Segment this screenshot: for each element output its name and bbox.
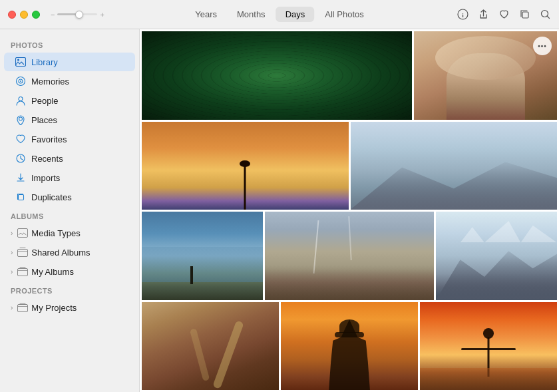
tab-years[interactable]: Years [186, 7, 226, 22]
my-projects-icon [17, 301, 29, 313]
photo-cell-old-building[interactable] [265, 212, 434, 300]
grid-row-1: ••• [142, 31, 557, 120]
sidebar-item-my-projects-label: My Projects [31, 303, 77, 313]
photo-cell-snow-mountains[interactable] [436, 212, 557, 300]
sidebar-item-memories-label: Memories [31, 77, 69, 87]
zoom-slider-thumb[interactable] [75, 11, 83, 19]
chevron-icon-4: › [11, 304, 13, 311]
sidebar-item-people-label: People [31, 96, 58, 106]
traffic-lights [8, 11, 40, 19]
svg-rect-2 [522, 12, 528, 18]
svg-point-10 [19, 117, 23, 120]
svg-point-8 [20, 81, 21, 82]
duplicates-icon [15, 191, 27, 203]
svg-rect-12 [19, 195, 24, 200]
sidebar-item-media-types[interactable]: › Media Types [4, 224, 135, 242]
sidebar-item-shared-albums[interactable]: › Shared Albums [4, 243, 135, 262]
grid-row-2 [142, 122, 557, 210]
sidebar-item-recents[interactable]: Recents [4, 149, 135, 168]
toolbar-icons: i [457, 9, 551, 20]
info-icon[interactable]: i [457, 9, 468, 20]
sidebar: Photos Library Memories [0, 29, 140, 392]
sidebar-item-places[interactable]: Places [4, 110, 135, 129]
titlebar: − + Years Months Days All Photos i [0, 0, 559, 29]
grid-row-4 [142, 302, 557, 391]
photo-cell-misty-mountains[interactable] [351, 122, 558, 210]
sidebar-item-favorites-label: Favorites [31, 134, 67, 144]
svg-text:i: i [462, 12, 464, 19]
sidebar-item-my-albums[interactable]: › My Albums [4, 262, 135, 281]
chevron-icon-3: › [11, 268, 13, 276]
photo-cell-sunset-beach[interactable] [142, 122, 349, 210]
photo-cell-mountains-lake[interactable] [142, 212, 263, 300]
svg-rect-16 [18, 305, 28, 312]
sidebar-item-duplicates-label: Duplicates [31, 192, 72, 202]
search-icon[interactable] [540, 9, 551, 20]
media-types-icon [17, 227, 29, 239]
heart-icon[interactable] [498, 9, 510, 20]
albums-section-label: Albums [0, 207, 139, 223]
sidebar-item-duplicates[interactable]: Duplicates [4, 188, 135, 206]
photo-grid: ••• [140, 29, 559, 392]
chevron-icon-2: › [11, 249, 13, 256]
sidebar-item-favorites[interactable]: Favorites [4, 130, 135, 148]
maximize-button[interactable] [32, 11, 40, 19]
favorites-icon [15, 133, 27, 145]
svg-rect-14 [18, 250, 28, 257]
main: Photos Library Memories [0, 29, 559, 392]
photo-cell-winding-road[interactable] [142, 302, 279, 391]
sidebar-item-imports[interactable]: Imports [4, 168, 135, 187]
tab-months[interactable]: Months [228, 7, 275, 22]
svg-point-5 [17, 59, 19, 61]
nav-tabs: Years Months Days All Photos [186, 7, 373, 22]
shared-albums-icon [17, 246, 29, 258]
sidebar-item-library-label: Library [31, 57, 58, 67]
sidebar-item-people[interactable]: People [4, 91, 135, 110]
projects-section-label: Projects [0, 282, 139, 297]
photo-cell-girl-hat[interactable] [281, 302, 418, 391]
zoom-minus-button[interactable]: − [51, 11, 55, 19]
people-icon [15, 95, 27, 106]
zoom-plus-button[interactable]: + [100, 11, 104, 19]
recents-icon [15, 152, 27, 164]
tab-all-photos[interactable]: All Photos [315, 7, 373, 22]
photo-cell-girl-portrait[interactable]: ••• [414, 31, 557, 120]
sidebar-item-library[interactable]: Library [4, 53, 135, 71]
svg-rect-13 [18, 229, 28, 238]
sidebar-item-memories[interactable]: Memories [4, 72, 135, 91]
minimize-button[interactable] [20, 11, 28, 19]
sidebar-item-media-types-label: Media Types [31, 228, 80, 238]
sidebar-item-my-projects[interactable]: › My Projects [4, 298, 135, 317]
photo-cell-sunset-silhouette[interactable] [420, 302, 557, 391]
places-icon [15, 114, 27, 126]
my-albums-icon [17, 266, 29, 278]
svg-point-9 [19, 97, 23, 101]
chevron-icon: › [11, 230, 13, 237]
share-icon[interactable] [478, 9, 489, 20]
svg-rect-4 [16, 58, 26, 67]
library-icon [15, 56, 27, 68]
sidebar-item-recents-label: Recents [31, 154, 63, 164]
sidebar-item-shared-albums-label: Shared Albums [31, 248, 90, 258]
duplicate-icon[interactable] [519, 9, 530, 20]
grid-row-3 [142, 212, 557, 300]
memories-icon [15, 75, 27, 87]
imports-icon [15, 172, 27, 184]
photo-cell-forest[interactable] [142, 31, 412, 120]
svg-rect-15 [18, 269, 28, 276]
zoom-slider[interactable] [57, 13, 97, 15]
tab-days[interactable]: Days [276, 7, 315, 22]
sidebar-item-imports-label: Imports [31, 173, 60, 183]
zoom-control: − + [51, 11, 104, 19]
svg-point-3 [542, 11, 548, 17]
photos-section-label: Photos [0, 36, 139, 52]
sidebar-item-places-label: Places [31, 115, 57, 125]
sidebar-item-my-albums-label: My Albums [31, 267, 74, 277]
more-options-button[interactable]: ••• [533, 37, 552, 55]
close-button[interactable] [8, 11, 16, 19]
